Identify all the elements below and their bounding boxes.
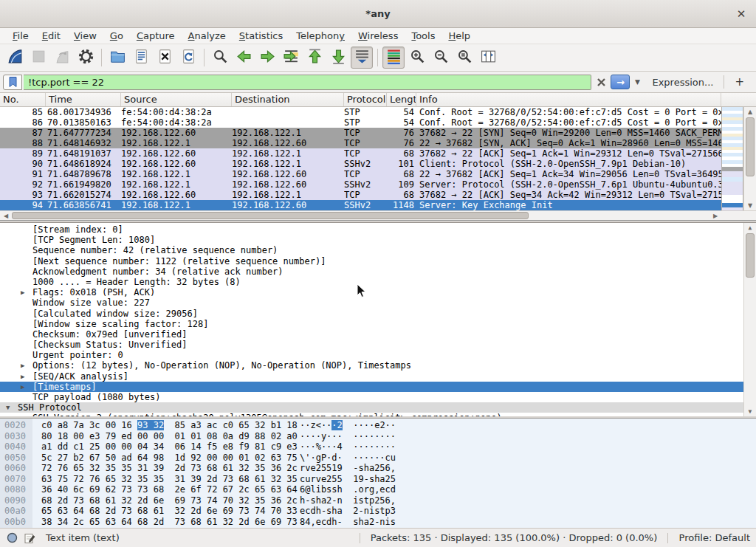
zoom-out-button[interactable]	[430, 47, 452, 69]
detail-line[interactable]: ▶Options: (12 bytes), No-Operation (NOP)…	[0, 360, 756, 371]
close-button[interactable]: ✕	[732, 5, 750, 23]
menu-item-wireless[interactable]: Wireless	[351, 29, 405, 43]
vscroll-thumb[interactable]	[746, 117, 755, 176]
open-file-button[interactable]	[106, 47, 128, 69]
close-file-button[interactable]	[154, 47, 176, 69]
filter-apply-button[interactable]: →	[611, 75, 630, 89]
go-forward-button[interactable]	[256, 47, 278, 69]
menu-item-analyze[interactable]: Analyze	[182, 29, 233, 43]
packet-row-87[interactable]: 8771.647777234192.168.122.60192.168.122.…	[0, 128, 721, 138]
detail-line[interactable]: Acknowledgment number: 34 (relative ack …	[0, 266, 756, 277]
detail-line[interactable]: ▼SSH Protocol	[0, 402, 756, 413]
menu-item-view[interactable]: View	[67, 29, 103, 43]
hex-row-00a0[interactable]: 00a065 63 64 68 2d 73 68 61 32 2d 6e 69 …	[0, 506, 756, 517]
hex-row-0090[interactable]: 009068 2d 73 68 61 32 2d 6e 69 73 74 70 …	[0, 495, 756, 506]
detail-line[interactable]: TCP payload (1080 bytes)	[0, 392, 756, 402]
packet-row-90[interactable]: 9071.648618924192.168.122.60192.168.122.…	[0, 159, 721, 169]
hex-row-0070[interactable]: 007063 75 72 76 65 32 35 35 31 39 2d 73 …	[0, 474, 756, 485]
filter-add-button[interactable]: +	[727, 75, 752, 89]
hex-row-0020[interactable]: 0020c0 a8 7a 3c 00 16 93 32 85 a3 ac c0 …	[0, 420, 756, 431]
filter-dropdown-button[interactable]: ▼	[631, 75, 643, 89]
go-last-button[interactable]	[327, 47, 349, 69]
detail-line[interactable]: ▶[SEQ/ACK analysis]	[0, 371, 756, 382]
hex-row-0040[interactable]: 0040a1 dd c1 25 00 00 04 34 06 14 f5 e8 …	[0, 441, 756, 453]
zoom-reset-button[interactable]	[453, 47, 475, 69]
go-back-button[interactable]	[233, 47, 255, 69]
detail-line[interactable]: Urgent pointer: 0	[0, 350, 756, 360]
vscroll-thumb[interactable]	[746, 233, 755, 278]
colorize-button[interactable]	[382, 47, 405, 69]
detail-line[interactable]: Window size value: 227	[0, 297, 756, 308]
status-profile[interactable]: Profile: Default	[679, 532, 750, 543]
menu-item-capture[interactable]: Capture	[130, 29, 182, 43]
hex-row-0080[interactable]: 008036 40 6c 69 62 73 73 68 2e 6f 72 67 …	[0, 484, 756, 495]
packet-row-88[interactable]: 8871.648146932192.168.122.1192.168.122.6…	[0, 138, 721, 148]
column-header-destination[interactable]: Destination	[232, 93, 344, 106]
detail-line[interactable]: Sequence number: 42 (relative sequence n…	[0, 245, 756, 255]
resize-columns-button[interactable]	[477, 47, 499, 69]
find-packet-button[interactable]	[209, 47, 231, 69]
scroll-up-icon[interactable]: ▲	[744, 107, 756, 117]
menu-item-statistics[interactable]: Statistics	[233, 29, 289, 43]
column-header-length[interactable]: Length	[387, 93, 416, 106]
zoom-in-button[interactable]	[406, 47, 428, 69]
save-file-button[interactable]	[130, 47, 152, 69]
packet-list-vscrollbar[interactable]: ▲ ▼	[743, 107, 756, 210]
hex-row-0060[interactable]: 006072 76 65 32 35 35 31 39 2d 73 68 61 …	[0, 463, 756, 474]
scroll-minimap[interactable]	[721, 107, 743, 210]
menu-item-tools[interactable]: Tools	[405, 29, 441, 43]
go-to-packet-button[interactable]	[280, 47, 302, 69]
detail-line[interactable]: [TCP Segment Len: 1080]	[0, 235, 756, 245]
auto-scroll-button[interactable]	[351, 47, 373, 69]
column-header-source[interactable]: Source	[121, 93, 232, 106]
detail-line[interactable]: [Window size scaling factor: 128]	[0, 319, 756, 329]
column-header-protocol[interactable]: Protocol	[344, 93, 387, 106]
filter-bookmark-button[interactable]	[3, 75, 22, 90]
menu-item-edit[interactable]: Edit	[35, 29, 67, 43]
details-vscrollbar[interactable]: ▲ ▼	[743, 223, 756, 416]
expert-info-button[interactable]	[4, 531, 19, 546]
detail-line[interactable]: [Next sequence number: 1122 (relative se…	[0, 256, 756, 266]
display-filter-input[interactable]: !tcp.port == 22	[24, 75, 591, 90]
expand-icon[interactable]: ▶	[21, 287, 24, 297]
filter-clear-button[interactable]	[593, 75, 609, 90]
hex-row-0030[interactable]: 003080 18 00 e3 79 ed 00 00 01 01 08 0a …	[0, 431, 756, 442]
menu-item-help[interactable]: Help	[441, 29, 477, 43]
packet-list-hscrollbar[interactable]: ◀ ▶	[0, 210, 756, 220]
menu-item-go[interactable]: Go	[103, 29, 130, 43]
detail-line[interactable]: [Calculated window size: 29056]	[0, 309, 756, 319]
column-header-time[interactable]: Time	[46, 93, 121, 106]
expression-button[interactable]: Expression...	[645, 77, 721, 88]
column-header-info[interactable]: Info	[416, 93, 721, 106]
scroll-down-icon[interactable]: ▼	[744, 201, 756, 210]
expand-icon[interactable]: ▶	[21, 382, 24, 392]
collapse-icon[interactable]: ▼	[6, 402, 10, 413]
go-first-button[interactable]	[303, 47, 326, 69]
column-header-no[interactable]: No.	[0, 93, 46, 106]
menu-item-telephony[interactable]: Telephony	[289, 29, 351, 43]
hex-row-0050[interactable]: 00505c 27 b2 67 50 ad 64 98 1d 92 00 00 …	[0, 453, 756, 464]
hscroll-thumb[interactable]	[12, 212, 529, 219]
packet-row-92[interactable]: 9271.661949820192.168.122.1192.168.122.6…	[0, 179, 721, 190]
detail-line[interactable]: [Checksum Status: Unverified]	[0, 340, 756, 350]
detail-line[interactable]: ▶[Timestamps]	[0, 382, 756, 392]
expand-icon[interactable]: ▶	[21, 360, 24, 371]
packet-row-93[interactable]: 9371.662015274192.168.122.60192.168.122.…	[0, 190, 721, 200]
scroll-right-icon[interactable]: ▶	[711, 211, 720, 221]
detail-line[interactable]: ▶Flags: 0x018 (PSH, ACK)	[0, 287, 756, 297]
detail-line[interactable]: [Stream index: 0]	[0, 224, 756, 235]
detail-line[interactable]: Checksum: 0x79ed [unverified]	[0, 329, 756, 340]
detail-line[interactable]: 1000 .... = Header Length: 32 bytes (8)	[0, 277, 756, 287]
scroll-up-icon[interactable]: ▲	[744, 223, 756, 233]
packet-row-91[interactable]: 9171.648789678192.168.122.1192.168.122.6…	[0, 169, 721, 179]
scroll-left-icon[interactable]: ◀	[1, 211, 10, 221]
scroll-down-icon[interactable]: ▼	[744, 407, 756, 416]
detail-line[interactable]: ▶SSH Version 2 (encryption:chacha20-poly…	[0, 413, 756, 416]
menu-item-file[interactable]: File	[6, 29, 35, 43]
packet-row-94[interactable]: 9471.663856741192.168.122.1192.168.122.6…	[0, 200, 721, 210]
title-bar[interactable]: *any ✕	[0, 0, 756, 28]
packet-row-85[interactable]: 8568.001734936fe:54:00:d4:38:2aSTP54Conf…	[0, 107, 721, 117]
expand-icon[interactable]: ▶	[19, 413, 23, 416]
capture-comment-button[interactable]	[22, 531, 37, 546]
expand-icon[interactable]: ▶	[21, 371, 24, 382]
